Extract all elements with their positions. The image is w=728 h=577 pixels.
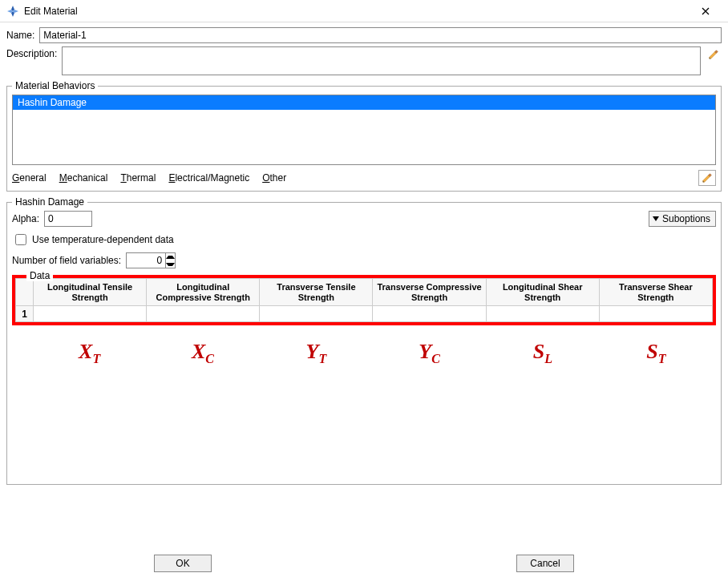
symbol-st: ST <box>600 340 713 366</box>
col-header-2: Transverse Tensile Strength <box>260 279 373 306</box>
hashin-legend: Hashin Damage <box>12 196 87 208</box>
suboptions-label: Suboptions <box>662 213 710 224</box>
edit-description-button[interactable] <box>706 46 722 63</box>
name-input[interactable] <box>39 27 722 43</box>
data-legend: Data <box>26 270 53 281</box>
rownum-header <box>16 279 34 306</box>
cell-4[interactable] <box>486 306 599 322</box>
material-behaviors-group: Material Behaviors Hashin Damage General… <box>6 80 722 192</box>
description-input[interactable] <box>62 46 701 75</box>
close-button[interactable] <box>690 0 722 22</box>
cell-2[interactable] <box>260 306 373 322</box>
col-header-4: Longitudinal Shear Strength <box>486 279 599 306</box>
symbol-xc: XC <box>146 340 259 366</box>
annotation-symbols: XT XC YT YC SL ST <box>12 340 716 366</box>
col-header-1: Longitudinal Compressive Strength <box>147 279 260 306</box>
title-bar: Edit Material <box>0 0 728 22</box>
cancel-button[interactable]: Cancel <box>516 555 574 572</box>
window-title: Edit Material <box>24 6 78 17</box>
alpha-input[interactable] <box>44 211 92 227</box>
svg-marker-9 <box>703 176 710 183</box>
menu-mechanical[interactable]: Mechanical <box>59 172 108 184</box>
cell-0[interactable] <box>34 306 147 322</box>
col-header-5: Transverse Shear Strength <box>599 279 712 306</box>
menu-thermal[interactable]: Thermal <box>120 172 156 184</box>
suboptions-button[interactable]: Suboptions <box>649 211 716 227</box>
cell-1[interactable] <box>147 306 260 322</box>
hashin-damage-group: Hashin Damage Alpha: Suboptions Use temp… <box>6 196 722 485</box>
cell-5[interactable] <box>599 306 712 322</box>
use-temperature-label: Use temperature-dependent data <box>32 234 174 245</box>
behaviors-edit-button[interactable] <box>698 170 716 186</box>
nfv-spinner[interactable] <box>126 252 176 268</box>
svg-marker-6 <box>710 52 717 59</box>
menu-other[interactable]: Other <box>262 172 286 184</box>
nfv-input[interactable] <box>127 253 165 268</box>
data-table[interactable]: Longitudinal Tensile Strength Longitudin… <box>15 278 713 322</box>
alpha-label: Alpha: <box>12 213 39 224</box>
table-row[interactable]: 1 <box>16 306 713 322</box>
nfv-decrement[interactable] <box>166 260 175 268</box>
symbol-sl: SL <box>486 340 599 366</box>
nfv-increment[interactable] <box>166 253 175 260</box>
dialog-footer: OK Cancel <box>0 555 728 572</box>
menu-electrical-magnetic[interactable]: Electrical/Magnetic <box>168 172 249 184</box>
description-label: Description: <box>6 48 57 59</box>
data-highlight-box: Data Longitudinal Tensile Strength Longi… <box>12 275 716 325</box>
material-behaviors-legend: Material Behaviors <box>12 80 98 91</box>
col-header-3: Transverse Compressive Strength <box>373 279 486 306</box>
cell-3[interactable] <box>373 306 486 322</box>
menu-general[interactable]: General <box>12 172 47 184</box>
use-temperature-checkbox[interactable] <box>15 234 26 245</box>
name-label: Name: <box>6 30 34 41</box>
ok-button[interactable]: OK <box>154 555 212 572</box>
behaviors-item-hashin[interactable]: Hashin Damage <box>13 95 715 110</box>
behaviors-listbox[interactable]: Hashin Damage <box>12 95 716 165</box>
app-icon <box>6 5 19 18</box>
symbol-yc: YC <box>373 340 486 366</box>
col-header-0: Longitudinal Tensile Strength <box>34 279 147 306</box>
symbol-xt: XT <box>33 340 146 366</box>
symbol-yt: YT <box>260 340 373 366</box>
behavior-menubar: General Mechanical Thermal Electrical/Ma… <box>12 170 716 186</box>
nfv-label: Number of field variables: <box>12 255 121 266</box>
row-number: 1 <box>16 306 34 322</box>
chevron-down-icon <box>653 216 659 221</box>
